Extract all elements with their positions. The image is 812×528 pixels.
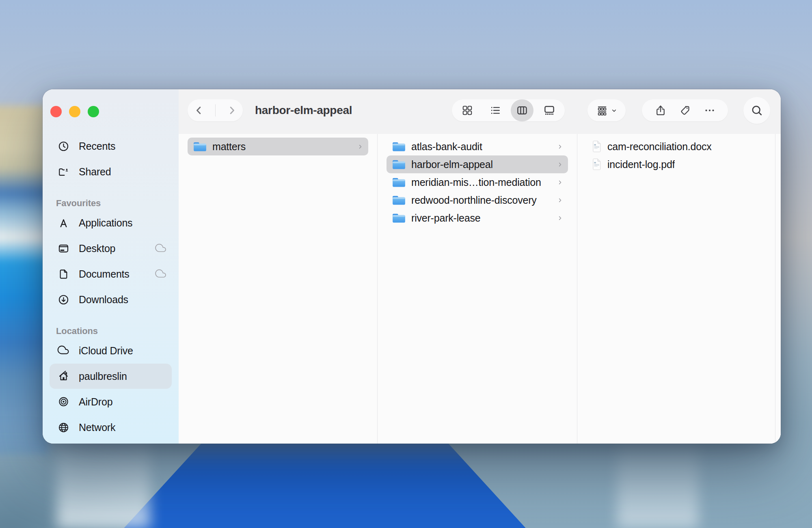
sidebar-section-locations: Locations [50, 326, 172, 336]
sidebar-item-documents[interactable]: Documents [50, 261, 172, 287]
column-pane-1: matters [179, 134, 378, 444]
list-view-icon [489, 104, 501, 116]
window-title: harbor-elm-appeal [255, 104, 352, 117]
folder-row-redwood-northline-discovery[interactable]: redwood-northline-discovery [387, 191, 568, 209]
cloud-icon [56, 345, 71, 357]
sidebar-item-label: iCloud Drive [79, 345, 133, 357]
sidebar-item-downloads[interactable]: Downloads [50, 287, 172, 312]
column-browser: matters atlas-bank-audit harbor-elm-appe… [179, 134, 781, 444]
airdrop-icon [56, 396, 71, 408]
sidebar-item-label: Network [79, 422, 115, 433]
chevron-right-icon [557, 197, 563, 203]
column-pane-2: atlas-bank-audit harbor-elm-appeal merid… [378, 134, 577, 444]
folder-icon [392, 213, 406, 223]
desktop-wallpaper: Recents Shared Favourites [0, 0, 812, 528]
back-button[interactable] [193, 104, 205, 116]
search-button[interactable] [743, 97, 770, 124]
share-button[interactable] [654, 104, 667, 116]
folder-icon [392, 141, 406, 152]
cloud-badge-icon [155, 268, 167, 280]
chevron-right-icon [557, 179, 563, 185]
chevron-right-icon [226, 104, 238, 116]
sidebar-item-label: Shared [79, 166, 111, 178]
file-row-cam-reconciliation[interactable]: cam-reconciliation.docx [586, 138, 766, 155]
item-name: incident-log.pdf [607, 159, 675, 170]
column-pane-3: cam-reconciliation.docx incident-log.pdf [577, 134, 775, 444]
chevron-right-icon [357, 144, 363, 150]
gallery-view-icon [543, 104, 555, 116]
sidebar-list: Recents Shared Favourites [43, 117, 179, 440]
folder-row-river-park-lease[interactable]: river-park-lease [387, 209, 568, 227]
sidebar-item-label: Documents [79, 268, 130, 280]
search-icon [750, 104, 763, 117]
download-icon [56, 294, 71, 306]
item-name: cam-reconciliation.docx [607, 141, 712, 153]
sidebar-item-shared[interactable]: Shared [50, 159, 172, 184]
file-icon [592, 140, 602, 153]
tag-icon [679, 104, 691, 116]
sidebar-item-icloud-drive[interactable]: iCloud Drive [50, 338, 172, 363]
chevron-down-icon [611, 108, 617, 114]
share-icon [654, 104, 667, 116]
toolbar: harbor-elm-appeal [179, 89, 781, 134]
sidebar: Recents Shared Favourites [43, 89, 179, 444]
sidebar-section-favourites: Favourites [50, 198, 172, 209]
wallpaper-light-shaft-left [57, 431, 150, 528]
grid-view-button[interactable] [455, 99, 479, 121]
sidebar-item-airdrop[interactable]: AirDrop [50, 389, 172, 414]
tag-button[interactable] [679, 104, 691, 116]
globe-icon [56, 422, 71, 433]
sidebar-item-network[interactable]: Network [50, 415, 172, 440]
group-by-button[interactable] [587, 99, 626, 121]
sidebar-item-label: Desktop [79, 243, 115, 254]
folder-row-matters[interactable]: matters [188, 138, 368, 155]
grid-view-icon [461, 104, 473, 116]
sidebar-item-label: Applications [79, 217, 132, 229]
wallpaper-dark-corner [0, 431, 171, 528]
gallery-view-button[interactable] [537, 99, 561, 121]
close-window-button[interactable] [50, 106, 62, 117]
sidebar-item-label: Recents [79, 140, 115, 152]
item-name: matters [212, 141, 246, 153]
column-view-button[interactable] [511, 99, 533, 121]
item-name: atlas-bank-audit [411, 141, 482, 153]
sidebar-item-paulbreslin[interactable]: paulbreslin [50, 364, 172, 389]
document-icon [56, 268, 71, 280]
folder-row-atlas-bank-audit[interactable]: atlas-bank-audit [387, 138, 568, 155]
actions-group [642, 99, 728, 121]
file-row-incident-log[interactable]: incident-log.pdf [586, 155, 766, 173]
sidebar-item-recents[interactable]: Recents [50, 134, 172, 159]
sidebar-item-applications[interactable]: Applications [50, 210, 172, 235]
sidebar-item-label: Downloads [79, 294, 128, 306]
more-icon [704, 104, 716, 116]
chevron-right-icon [557, 144, 563, 150]
more-button[interactable] [704, 104, 716, 116]
item-name: river-park-lease [411, 212, 480, 224]
chevron-right-icon [557, 162, 563, 168]
folder-row-harbor-elm-appeal[interactable]: harbor-elm-appeal [387, 155, 568, 173]
folder-icon [193, 141, 207, 152]
wallpaper-stripes [0, 106, 49, 455]
item-name: meridian-mis…tion-mediation [411, 177, 541, 188]
desktop-icon [56, 243, 71, 254]
chevron-right-icon [557, 215, 563, 221]
item-name: redwood-northline-discovery [411, 194, 537, 206]
cloud-badge-icon [155, 242, 167, 254]
list-view-button[interactable] [483, 99, 508, 121]
folder-icon [392, 195, 406, 205]
forward-button[interactable] [226, 104, 238, 116]
navigation-group [188, 99, 243, 121]
folder-row-meridian-mediation[interactable]: meridian-mis…tion-mediation [387, 173, 568, 191]
column-view-icon [516, 104, 528, 116]
zoom-window-button[interactable] [88, 106, 99, 117]
clock-icon [56, 140, 71, 152]
view-switcher [452, 99, 565, 121]
group-icon [596, 104, 608, 116]
sidebar-item-desktop[interactable]: Desktop [50, 236, 172, 261]
minimize-window-button[interactable] [69, 106, 80, 117]
window-controls [43, 106, 179, 117]
home-icon [56, 371, 71, 382]
folder-icon [392, 159, 406, 170]
main-pane: harbor-elm-appeal [179, 89, 781, 444]
wallpaper-light-shaft-right [617, 431, 698, 528]
